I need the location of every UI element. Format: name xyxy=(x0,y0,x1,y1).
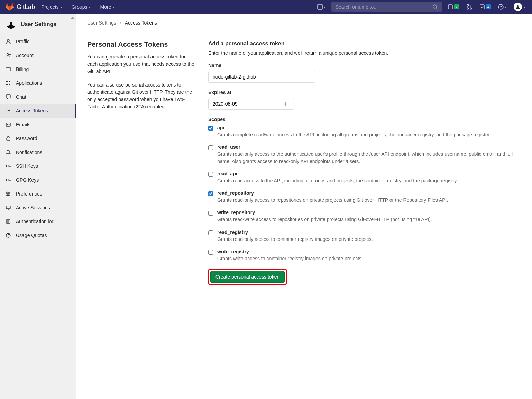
scroll-up-icon[interactable] xyxy=(71,17,74,19)
sidebar-item-chat[interactable]: Chat xyxy=(0,90,76,104)
scope-name: read_registry xyxy=(217,229,521,235)
billing-icon xyxy=(6,66,11,72)
quota-icon xyxy=(6,233,11,238)
sidebar-item-profile[interactable]: Profile xyxy=(0,35,76,48)
email-icon xyxy=(6,122,11,127)
svg-point-10 xyxy=(7,39,9,42)
scope-name: write_registry xyxy=(217,249,521,254)
scope-desc: Grants write access to container registr… xyxy=(217,255,521,262)
name-input[interactable] xyxy=(208,71,315,83)
svg-rect-14 xyxy=(6,81,8,82)
todos-link[interactable]: 4 xyxy=(478,4,493,10)
scope-read_repository: read_repositoryGrants read-only access t… xyxy=(208,190,521,203)
sidebar-item-password[interactable]: Password xyxy=(0,132,76,145)
gitlab-logo[interactable]: GitLab xyxy=(6,3,35,11)
issues-link[interactable]: 2 xyxy=(446,4,461,10)
scope-checkbox-write_repository[interactable] xyxy=(208,211,213,216)
scope-checkbox-api[interactable] xyxy=(208,126,213,131)
scope-checkbox-read_api[interactable] xyxy=(208,172,213,177)
page-desc-1: You can generate a personal access token… xyxy=(87,53,194,75)
svg-rect-23 xyxy=(7,138,10,140)
sidebar-item-label: Active Sessions xyxy=(16,205,50,210)
content: User Settings › Access Tokens Personal A… xyxy=(76,14,532,399)
todos-badge: 4 xyxy=(486,4,491,9)
expires-input[interactable] xyxy=(208,98,294,110)
sidebar-item-label: Emails xyxy=(16,122,30,127)
nav-projects[interactable]: Projects▾ xyxy=(38,4,65,10)
avatar xyxy=(514,3,522,11)
preferences-icon xyxy=(6,191,11,197)
scope-desc: Grants read-only access to repositories … xyxy=(217,197,521,203)
scope-name: write_repository xyxy=(217,210,521,215)
scope-read_api: read_apiGrants read access to the API, i… xyxy=(208,171,521,184)
page-title: Personal Access Tokens xyxy=(87,40,194,48)
search-box[interactable] xyxy=(331,2,442,12)
merge-requests-link[interactable] xyxy=(465,4,474,10)
search-input[interactable] xyxy=(336,4,432,10)
sidebar-item-access-tokens[interactable]: Access Tokens xyxy=(0,104,76,118)
sidebar-item-gpg-keys[interactable]: GPG Keys xyxy=(0,173,76,187)
token-form: Add a personal access token Enter the na… xyxy=(208,40,521,285)
user-menu[interactable]: ▾ xyxy=(512,3,526,11)
sidebar-item-authentication-log[interactable]: Authentication log xyxy=(0,215,76,228)
chevron-down-icon: ▾ xyxy=(505,5,507,9)
scope-desc: Grants complete read/write access to the… xyxy=(217,131,521,138)
sidebar-item-label: Notifications xyxy=(16,149,42,155)
sidebar-item-label: Applications xyxy=(16,80,42,86)
scope-checkbox-read_repository[interactable] xyxy=(208,191,213,196)
sidebar-item-label: Billing xyxy=(16,66,29,72)
svg-point-21 xyxy=(9,110,10,111)
svg-point-3 xyxy=(467,4,469,6)
sidebar-item-label: Access Tokens xyxy=(16,108,48,114)
svg-point-26 xyxy=(7,192,8,193)
applications-icon xyxy=(6,80,11,86)
nav-more[interactable]: More▾ xyxy=(97,4,118,10)
help-menu[interactable]: ? ▾ xyxy=(497,4,508,10)
calendar-icon[interactable] xyxy=(285,101,291,107)
search-icon xyxy=(432,4,438,10)
sidebar-item-active-sessions[interactable]: Active Sessions xyxy=(0,201,76,215)
scope-write_registry: write_registryGrants write access to con… xyxy=(208,249,521,262)
sidebar-item-label: Chat xyxy=(16,94,26,100)
expires-label: Expires at xyxy=(208,90,521,95)
svg-rect-32 xyxy=(286,102,290,106)
sidebar-item-ssh-keys[interactable]: SSH Keys xyxy=(0,159,76,173)
nav-groups[interactable]: Groups▾ xyxy=(68,4,94,10)
sidebar-item-usage-quotas[interactable]: Usage Quotas xyxy=(0,228,76,242)
sidebar-item-notifications[interactable]: Notifications xyxy=(0,145,76,159)
sidebar-title: User Settings xyxy=(21,21,56,27)
scope-name: read_repository xyxy=(217,190,521,196)
scope-checkbox-read_registry[interactable] xyxy=(208,230,213,235)
lock-icon xyxy=(6,136,11,141)
scope-name: read_api xyxy=(217,171,521,176)
token-icon xyxy=(6,108,11,114)
scope-checkbox-write_registry[interactable] xyxy=(208,250,213,255)
tanuki-icon xyxy=(6,3,14,11)
svg-point-11 xyxy=(7,54,9,55)
sidebar-item-account[interactable]: Account xyxy=(0,48,76,62)
svg-point-28 xyxy=(8,195,9,196)
breadcrumb-parent[interactable]: User Settings xyxy=(87,20,116,26)
svg-point-24 xyxy=(6,165,8,167)
key-icon xyxy=(6,177,11,183)
svg-rect-29 xyxy=(6,206,10,209)
svg-point-1 xyxy=(433,5,437,8)
chevron-down-icon: ▾ xyxy=(112,5,114,9)
sidebar-item-applications[interactable]: Applications xyxy=(0,76,76,90)
create-token-button[interactable]: Create personal access token xyxy=(210,271,285,283)
sidebar-item-label: SSH Keys xyxy=(16,163,38,169)
sidebar-item-billing[interactable]: Billing xyxy=(0,62,76,76)
key-icon xyxy=(6,163,11,169)
svg-point-20 xyxy=(8,110,9,111)
brand-text: GitLab xyxy=(17,3,35,11)
issues-badge: 2 xyxy=(454,4,459,9)
new-menu[interactable]: ▾ xyxy=(316,4,327,10)
svg-text:?: ? xyxy=(500,5,502,9)
scope-name: read_user xyxy=(217,144,521,150)
sidebar-item-emails[interactable]: Emails xyxy=(0,118,76,132)
account-icon xyxy=(6,53,11,58)
sidebar-item-preferences[interactable]: Preferences xyxy=(0,187,76,201)
scope-checkbox-read_user[interactable] xyxy=(208,145,213,150)
chevron-down-icon: ▾ xyxy=(89,5,91,9)
sidebar-item-label: Preferences xyxy=(16,191,42,197)
